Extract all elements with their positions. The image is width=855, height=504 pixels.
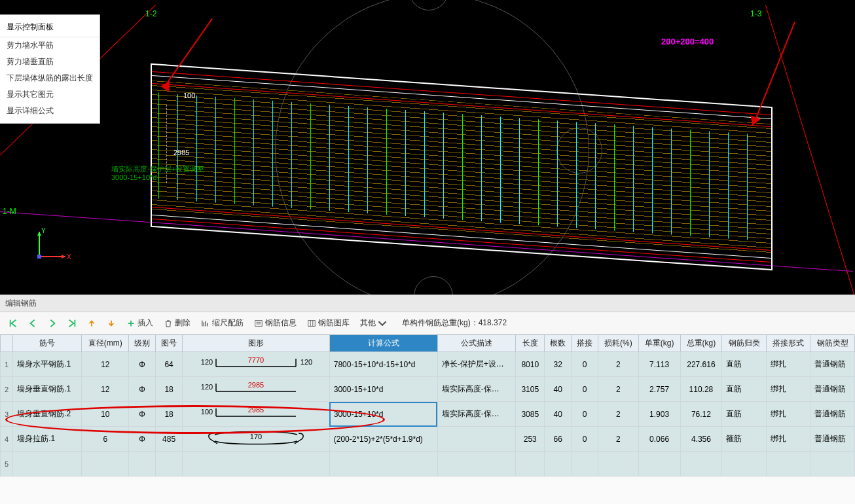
col-header-14[interactable]: 钢筋归类 (722, 335, 767, 352)
rebar-library-button[interactable]: 钢筋图库 (304, 315, 353, 331)
row-index-cell[interactable]: 1 (1, 352, 13, 377)
formula-cell[interactable]: 3000-15+10*d (329, 402, 437, 427)
other-dropdown[interactable]: 其他 (357, 315, 390, 331)
row-index-cell[interactable]: 5 (1, 452, 13, 477)
table-row[interactable]: 3墙身垂直钢筋.210Φ18 100 2985 3000-15+10*d墙实际高… (1, 402, 855, 427)
shape-cell[interactable]: 120 2985 (183, 377, 330, 402)
col-header-9[interactable]: 根数 (545, 335, 572, 352)
rebar-name-cell[interactable]: 墙身拉筋.1 (13, 427, 82, 452)
rebar-toolbar: 插入 删除 缩尺配筋 钢筋信息 钢筋图库 其他 单构件钢筋总重(kg)：418.… (0, 312, 855, 334)
formula-cell[interactable]: 3000-15+10*d (329, 377, 437, 402)
col-header-11[interactable]: 损耗(%) (598, 335, 639, 352)
panel-item-2[interactable]: 下层墙体纵筋的露出长度 (0, 70, 100, 86)
magenta-annotation: 200+200=400 (661, 37, 714, 46)
formula-cell[interactable]: 7800-15+10*d-15+10*d (329, 352, 437, 377)
grid-label-1-2: 1-2 (145, 9, 156, 18)
scale-rebar-button[interactable]: 缩尺配筋 (198, 315, 247, 331)
svg-marker-1 (62, 255, 65, 259)
formula-cell[interactable] (329, 452, 437, 477)
wall-element[interactable] (151, 63, 773, 270)
total-weight-label: 单构件钢筋总重(kg)：418.372 (402, 317, 507, 329)
trash-icon (164, 319, 173, 328)
rebar-info-button[interactable]: 钢筋信息 (251, 315, 300, 331)
col-header-16[interactable]: 钢筋类型 (810, 335, 855, 352)
gridline-1-3 (765, 5, 855, 295)
panel-item-1[interactable]: 剪力墙垂直筋 (0, 54, 100, 70)
formula-cell[interactable]: (200-2*15)+2*(5*d+1.9*d) (329, 427, 437, 452)
col-header-6[interactable]: 计算公式 (329, 335, 437, 352)
svg-text:2985: 2985 (248, 381, 264, 389)
cad-viewport[interactable]: 显示控制面板 剪力墙水平筋剪力墙垂直筋下层墙体纵筋的露出长度显示其它图元显示详细… (0, 0, 855, 295)
svg-text:7770: 7770 (248, 356, 264, 364)
rebar-table[interactable]: 筋号直径(mm)级别图号图形计算公式公式描述长度根数搭接损耗(%)单重(kg)总… (0, 334, 855, 477)
nav-last-button[interactable] (64, 316, 80, 331)
move-down-button[interactable] (103, 316, 119, 331)
col-header-2[interactable]: 直径(mm) (82, 335, 129, 352)
move-up-button[interactable] (84, 316, 100, 331)
green-formula-note: 墙实际高度-保护层+设置调整 3000-15+10*d (111, 165, 204, 182)
chevron-down-icon (378, 319, 387, 328)
shape-cell[interactable]: 100 2985 (183, 402, 330, 427)
row-index-cell[interactable]: 4 (1, 427, 13, 452)
panel-item-4[interactable]: 显示详细公式 (0, 103, 100, 119)
shape-cell[interactable] (183, 452, 330, 477)
row-index-cell[interactable]: 3 (1, 402, 13, 427)
dimension-2985: 2985 (173, 149, 189, 156)
insert-button[interactable]: 插入 (123, 315, 156, 331)
scale-icon (201, 319, 210, 328)
col-header-0[interactable] (1, 335, 13, 352)
shape-cell[interactable]: 170 (183, 427, 330, 452)
grid-label-1-M: 1-M (3, 207, 16, 216)
info-icon (254, 319, 263, 328)
svg-text:100: 100 (201, 408, 213, 416)
rebar-name-cell[interactable]: 墙身垂直钢筋.1 (13, 377, 82, 402)
rebar-panel: 编辑钢筋 插入 删除 缩尺配筋 钢筋信息 钢筋图库 其他 (0, 295, 855, 504)
svg-rect-6 (308, 320, 316, 326)
nav-first-button[interactable] (5, 316, 21, 331)
col-header-15[interactable]: 搭接形式 (766, 335, 810, 352)
nav-next-button[interactable] (45, 316, 60, 331)
table-row[interactable]: 5 (1, 452, 855, 477)
panel-item-0[interactable]: 剪力墙水平筋 (0, 37, 100, 54)
axis-y-label: Y (41, 227, 46, 234)
row-index-cell[interactable]: 2 (1, 377, 13, 402)
display-control-panel: 显示控制面板 剪力墙水平筋剪力墙垂直筋下层墙体纵筋的露出长度显示其它图元显示详细… (0, 14, 100, 124)
table-row[interactable]: 1墙身水平钢筋.112Φ64 120 7770 120 7800-15+10*d… (1, 352, 855, 377)
panel-item-3[interactable]: 显示其它图元 (0, 86, 100, 103)
grid-label-1-3: 1-3 (750, 9, 761, 18)
panel-title: 显示控制面板 (0, 19, 100, 37)
svg-text:120: 120 (300, 358, 312, 366)
nav-prev-button[interactable] (25, 316, 41, 331)
rebar-name-cell[interactable]: 墙身垂直钢筋.2 (13, 402, 82, 427)
rebar-name-cell[interactable]: 墙身水平钢筋.1 (13, 352, 82, 377)
svg-rect-4 (37, 255, 41, 259)
svg-rect-5 (255, 320, 263, 326)
shape-cell[interactable]: 120 7770 120 (183, 352, 330, 377)
dimension-100: 100 (183, 92, 195, 99)
svg-text:120: 120 (201, 383, 213, 391)
table-row[interactable]: 2墙身垂直钢筋.112Φ18 120 2985 3000-15+10*d墙实际高… (1, 377, 855, 402)
axis-x-label: X (67, 253, 71, 261)
delete-button[interactable]: 删除 (160, 315, 194, 331)
col-header-12[interactable]: 单重(kg) (638, 335, 680, 352)
svg-text:120: 120 (201, 358, 213, 366)
svg-text:2985: 2985 (248, 406, 264, 414)
axis-gizmo[interactable]: X Y (33, 224, 72, 263)
rebar-name-cell[interactable] (13, 452, 82, 477)
col-header-8[interactable]: 长度 (516, 335, 545, 352)
col-header-10[interactable]: 搭接 (572, 335, 598, 352)
col-header-7[interactable]: 公式描述 (437, 335, 516, 352)
col-header-13[interactable]: 总重(kg) (680, 335, 722, 352)
col-header-3[interactable]: 级别 (129, 335, 156, 352)
col-header-4[interactable]: 图号 (156, 335, 183, 352)
panel-tab[interactable]: 编辑钢筋 (0, 295, 855, 312)
col-header-5[interactable]: 图形 (183, 335, 330, 352)
insert-icon (126, 319, 136, 328)
library-icon (307, 319, 316, 328)
table-row[interactable]: 4墙身拉筋.16Φ485 170 (200-2*15)+2*(5*d+1.9*d… (1, 427, 855, 452)
col-header-1[interactable]: 筋号 (13, 335, 82, 352)
svg-text:170: 170 (250, 433, 262, 441)
